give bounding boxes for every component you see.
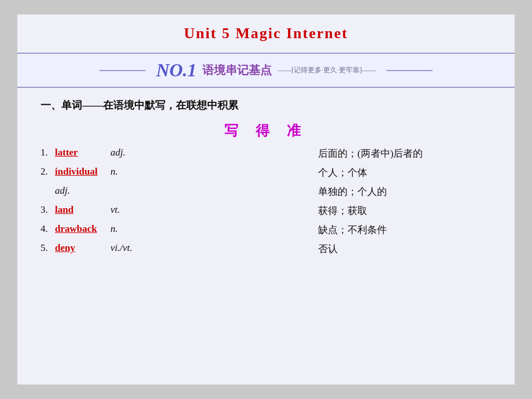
vocab-num-2: 2. — [40, 166, 55, 178]
vocab-meaning-3: 获得；获取 — [306, 204, 492, 217]
vocab-word-5: deny — [55, 242, 107, 254]
title-section: Unit 5 Magic Internet — [17, 14, 515, 48]
vocab-num-1: 1. — [40, 147, 55, 158]
vocab-meaning-2-sub: 单独的；个人的 — [306, 185, 492, 198]
vocab-word-2: individual — [55, 166, 107, 178]
vocab-pos-2-sub: adj. — [55, 185, 90, 197]
vocab-num-4: 4. — [40, 223, 55, 235]
slide: Unit 5 Magic Internet NO.1 语境串记基点 ——[记得更… — [17, 14, 515, 385]
vocab-meaning-1: 后面的；(两者中)后者的 — [306, 147, 492, 160]
vocab-pos-3: vt. — [110, 204, 145, 216]
vocab-pos-5: vi./vt. — [110, 242, 145, 254]
no1-banner: NO.1 语境串记基点 ——[记得更多·更久·更牢靠]—— — [17, 53, 515, 88]
vocab-word-3: land — [55, 204, 107, 216]
vocab-meaning-4: 缺点；不利条件 — [306, 223, 492, 237]
vocab-item-5: 5. deny vi./vt. 否认 — [40, 242, 492, 256]
no1-label: NO.1 — [156, 60, 197, 81]
vocab-item-3: 3. land vt. 获得；获取 — [40, 204, 492, 217]
vocab-num-3: 3. — [40, 204, 55, 216]
write-accurate: 写 得 准 — [17, 118, 515, 147]
vocab-pos-2: n. — [110, 166, 145, 178]
vocab-list: 1. latter adj. 后面的；(两者中)后者的 2. individua… — [17, 147, 515, 256]
no1-sub-note: ——[记得更多·更久·更牢靠]—— — [278, 65, 376, 75]
section-header: 一、单词——在语境中默写，在联想中积累 — [17, 93, 515, 118]
vocab-pos-4: n. — [110, 223, 145, 235]
line-left — [99, 70, 146, 71]
no1-subtitle: 语境串记基点 — [202, 62, 272, 78]
vocab-meaning-2: 个人；个体 — [306, 166, 492, 179]
line-right — [386, 70, 433, 71]
vocab-word-1: latter — [55, 147, 107, 158]
vocab-meaning-5: 否认 — [306, 242, 492, 256]
vocab-item-4: 4. drawback n. 缺点；不利条件 — [40, 223, 492, 237]
vocab-num-5: 5. — [40, 242, 55, 254]
vocab-item-2-sub: adj. 单独的；个人的 — [40, 185, 492, 198]
vocab-pos-1: adj. — [110, 147, 145, 158]
vocab-word-4: drawback — [55, 223, 107, 235]
vocab-item-2: 2. individual n. 个人；个体 — [40, 166, 492, 179]
vocab-item-1: 1. latter adj. 后面的；(两者中)后者的 — [40, 147, 492, 160]
unit-title: Unit 5 Magic Internet — [17, 25, 515, 42]
